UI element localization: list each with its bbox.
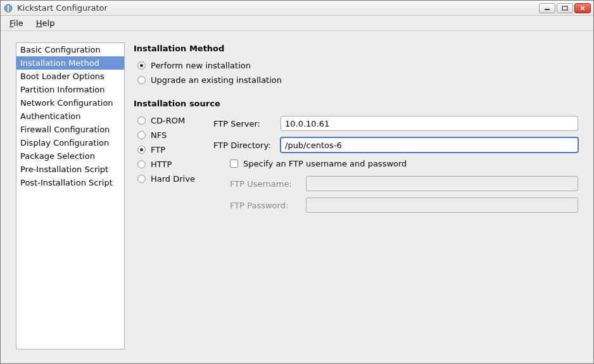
radio-label: NFS (151, 130, 167, 140)
sidebar-item-basic-configuration[interactable]: Basic Configuration (16, 43, 124, 56)
radio-new-installation[interactable]: Perform new installation (137, 58, 578, 73)
installation-source-layout: CD-ROM NFS FTP HTTP (134, 113, 578, 219)
sidebar-item-display-configuration[interactable]: Display Configuration (16, 136, 124, 149)
svg-rect-4 (562, 6, 567, 10)
sidebar[interactable]: Basic Configuration Installation Method … (16, 42, 125, 349)
app-icon (3, 3, 13, 13)
sidebar-item-post-installation-script[interactable]: Post-Installation Script (16, 176, 124, 189)
ftp-server-row: FTP Server: (213, 116, 578, 131)
maximize-button[interactable] (557, 3, 573, 13)
sidebar-item-partition-information[interactable]: Partition Information (16, 83, 124, 96)
sidebar-item-package-selection[interactable]: Package Selection (16, 149, 124, 163)
radio-nfs[interactable]: NFS (137, 128, 201, 142)
ftp-username-input (306, 176, 578, 191)
svg-rect-2 (8, 10, 9, 11)
menubar: File Help (1, 16, 593, 31)
ftp-server-input[interactable] (281, 116, 578, 131)
ftp-directory-input[interactable] (281, 137, 578, 153)
window-title: Kickstart Configurator (17, 3, 539, 13)
installation-source-heading: Installation source (134, 99, 578, 108)
radio-label: Perform new installation (151, 61, 251, 70)
ftp-password-input (306, 198, 578, 213)
sidebar-item-authentication[interactable]: Authentication (16, 110, 124, 123)
installation-method-heading: Installation Method (134, 44, 578, 53)
main-panel: Installation Method Perform new installa… (134, 42, 578, 349)
ftp-username-row: FTP Username: (213, 176, 578, 191)
ftp-password-row: FTP Password: (213, 198, 578, 213)
ftp-directory-row: FTP Directory: (213, 137, 578, 153)
radio-label: Upgrade an existing installation (151, 75, 282, 85)
radio-label: FTP (151, 145, 165, 154)
radio-icon (137, 146, 146, 154)
radio-icon (137, 76, 146, 84)
radio-hard-drive[interactable]: Hard Drive (137, 172, 201, 186)
sidebar-item-boot-loader-options[interactable]: Boot Loader Options (16, 70, 124, 83)
minimize-button[interactable] (539, 3, 555, 13)
ftp-specify-credentials-row[interactable]: Specify an FTP username and password (230, 159, 578, 168)
ftp-directory-label: FTP Directory: (213, 141, 274, 150)
ftp-form: FTP Server: FTP Directory: Specify an FT… (213, 113, 578, 219)
window-controls (539, 3, 591, 13)
radio-upgrade-installation[interactable]: Upgrade an existing installation (137, 73, 578, 87)
content-area: Basic Configuration Installation Method … (1, 31, 593, 363)
radio-icon (137, 61, 146, 70)
sidebar-item-firewall-configuration[interactable]: Firewall Configuration (16, 123, 124, 136)
radio-cdrom[interactable]: CD-ROM (137, 113, 201, 128)
radio-ftp[interactable]: FTP (137, 142, 201, 157)
sidebar-item-installation-method[interactable]: Installation Method (16, 56, 124, 70)
titlebar: Kickstart Configurator (1, 1, 593, 16)
radio-icon (137, 116, 146, 125)
close-button[interactable] (574, 3, 591, 13)
sidebar-item-network-configuration[interactable]: Network Configuration (16, 96, 124, 110)
radio-icon (137, 131, 146, 139)
installation-method-group: Perform new installation Upgrade an exis… (137, 58, 578, 87)
ftp-username-label: FTP Username: (230, 179, 300, 189)
ftp-server-label: FTP Server: (213, 119, 274, 129)
radio-label: HTTP (151, 160, 172, 169)
menu-file[interactable]: File (7, 17, 26, 29)
radio-icon (137, 175, 146, 183)
ftp-password-label: FTP Password: (230, 201, 300, 210)
menu-help[interactable]: Help (34, 17, 58, 29)
radio-http[interactable]: HTTP (137, 157, 201, 172)
app-window: Kickstart Configurator File Help Basic C… (0, 0, 594, 364)
checkbox-label: Specify an FTP username and password (243, 159, 407, 168)
svg-rect-1 (8, 6, 9, 9)
radio-icon (137, 160, 146, 168)
installation-source-group: CD-ROM NFS FTP HTTP (137, 113, 201, 186)
svg-rect-3 (545, 9, 550, 10)
sidebar-item-pre-installation-script[interactable]: Pre-Installation Script (16, 163, 124, 176)
checkbox-icon (230, 160, 238, 168)
radio-label: CD-ROM (151, 116, 185, 125)
radio-label: Hard Drive (151, 174, 195, 184)
